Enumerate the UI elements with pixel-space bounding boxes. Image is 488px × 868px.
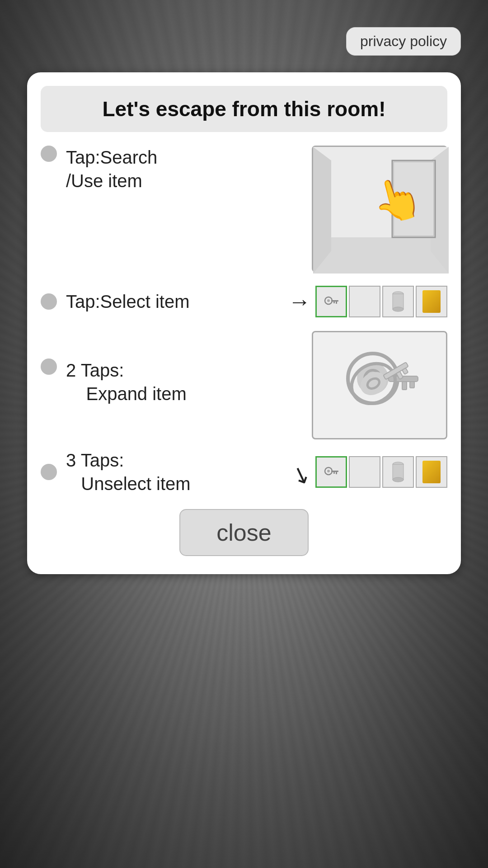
cylinder-icon-2 [391, 461, 405, 483]
gold-bar-icon [422, 290, 441, 313]
item-slot-cylinder [382, 286, 414, 317]
svg-point-29 [327, 470, 330, 472]
tap-search-text: Tap:Search/Use item [66, 146, 303, 193]
svg-point-15 [393, 307, 404, 311]
svg-rect-32 [333, 472, 335, 474]
item-slot-empty [349, 286, 380, 317]
key-expand-image [312, 331, 447, 439]
cylinder-icon [391, 290, 405, 313]
bullet-4 [41, 464, 57, 480]
svg-rect-21 [410, 382, 414, 388]
two-taps-text: 2 Taps: Expand item [66, 359, 303, 406]
item-bar-select [315, 286, 447, 317]
tap-select-text: Tap:Select item [66, 290, 279, 313]
tap-select-section: Tap:Select item → [41, 286, 447, 317]
key-icon-slot1 [322, 292, 340, 311]
svg-point-9 [327, 299, 330, 302]
tap-search-left: Tap:Search/Use item [41, 146, 303, 193]
bullet-2 [41, 293, 57, 310]
svg-rect-10 [331, 300, 338, 302]
select-arrow-container: → [288, 286, 447, 317]
select-arrow-icon: → [288, 288, 311, 315]
unselect-arrow-icon: ↘ [288, 459, 314, 491]
item-slot-gold2 [416, 456, 447, 488]
svg-point-35 [393, 477, 404, 482]
svg-rect-20 [402, 382, 407, 390]
unselect-arrow-container: ↘ [292, 456, 447, 488]
svg-rect-12 [333, 302, 335, 303]
unselect-section: 3 Taps: Unselect item ↘ [41, 448, 447, 495]
close-button[interactable]: close [179, 509, 308, 556]
item-slot-gold [416, 286, 447, 317]
room-scene-image: 👆 [312, 146, 447, 272]
bullet-1 [41, 146, 57, 162]
privacy-policy-button[interactable]: privacy policy [346, 27, 461, 56]
item-slot-key-selected [315, 286, 347, 317]
bullet-3 [41, 359, 57, 375]
expand-section: 2 Taps: Expand item [41, 331, 447, 439]
help-dialog: Let's escape from this room! Tap:Search/… [27, 72, 461, 574]
expand-texts: 2 Taps: Expand item [41, 359, 303, 412]
dialog-title: Let's escape from this room! [41, 86, 447, 132]
two-taps-item: 2 Taps: Expand item [41, 359, 303, 406]
svg-rect-0 [313, 237, 449, 274]
svg-rect-31 [336, 472, 337, 474]
three-taps-text: 3 Taps: Unselect item [66, 448, 283, 495]
tap-search-section: Tap:Search/Use item 👆 [41, 146, 447, 272]
key-large-svg [334, 344, 425, 426]
item-bar-unselect [315, 456, 447, 488]
room-svg: 👆 [313, 147, 449, 274]
item-slot-cylinder2 [382, 456, 414, 488]
key-icon-slot2 [322, 463, 340, 481]
item-slot-empty2 [349, 456, 380, 488]
gold-bar-icon-2 [422, 461, 441, 483]
item-slot-key-unselect [315, 456, 347, 488]
svg-rect-11 [336, 302, 337, 304]
svg-rect-30 [331, 471, 338, 472]
